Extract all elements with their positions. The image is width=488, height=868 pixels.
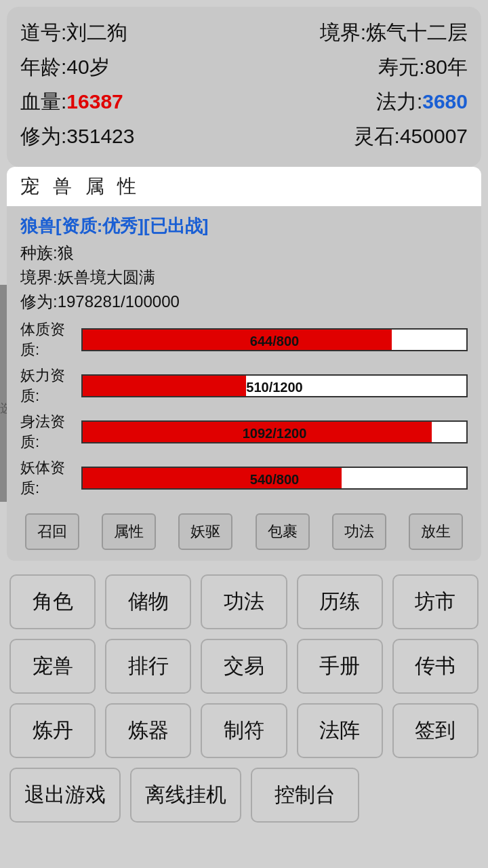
menu-btn-传书[interactable]: 传书 (392, 639, 479, 694)
menu-row-2: 炼丹炼器制符法阵签到 (9, 703, 479, 758)
stat-row-0: 体质资质: 644/800 (20, 319, 468, 360)
menu-btn-储物[interactable]: 储物 (105, 574, 191, 629)
stat-label-2: 身法资质: (20, 412, 81, 452)
stat-label-1: 妖力资质: (20, 366, 81, 406)
pet-action-包裹[interactable]: 包裹 (256, 513, 310, 550)
stat-label-0: 体质资质: (20, 319, 81, 360)
pet-realm: 境界:妖兽境大圆满 (20, 267, 468, 288)
pet-panel-title: 宠 兽 属 性 (7, 167, 481, 206)
char-row-1: 道号:刘二狗 境界:炼气十二层 (20, 19, 468, 47)
menu-btn-功法[interactable]: 功法 (201, 574, 287, 629)
pet-name: 狼兽[资质:优秀][已出战] (20, 214, 468, 238)
menu-btn-法阵[interactable]: 法阵 (297, 703, 383, 758)
pet-action-妖驱[interactable]: 妖驱 (178, 513, 232, 550)
menu-btn-坊市[interactable]: 坊市 (392, 574, 479, 629)
pet-panel-body: 狼兽[资质:优秀][已出战] 种族:狼 境界:妖兽境大圆满 修为:1978281… (7, 206, 481, 498)
stat-bar-1: 510/1200 (81, 374, 468, 397)
dao-hao: 道号:刘二狗 (20, 19, 127, 47)
stat-row-2: 身法资质: 1092/1200 (20, 412, 468, 452)
age: 年龄:40岁 (20, 54, 110, 81)
ling-shi: 灵石:450007 (354, 123, 468, 151)
main-menu: 角色储物功法历练坊市宠兽排行交易手册传书炼丹炼器制符法阵签到退出游戏离线挂机控制… (0, 561, 488, 823)
character-card: 道号:刘二狗 境界:炼气十二层 年龄:40岁 寿元:80年 血量:16387 法… (7, 7, 481, 167)
menu-btn-炼器[interactable]: 炼器 (105, 703, 191, 758)
menu-btn-控制台[interactable]: 控制台 (251, 768, 359, 823)
menu-btn-排行[interactable]: 排行 (105, 639, 191, 694)
menu-row-1: 宠兽排行交易手册传书 (9, 639, 479, 694)
menu-row-3: 退出游戏离线挂机控制台 (9, 768, 479, 823)
char-row-2: 年龄:40岁 寿元:80年 (20, 54, 468, 81)
stat-text-0: 644/800 (83, 330, 466, 351)
menu-btn-宠兽[interactable]: 宠兽 (9, 639, 96, 694)
menu-btn-离线挂机[interactable]: 离线挂机 (130, 768, 241, 823)
menu-btn-炼丹[interactable]: 炼丹 (9, 703, 96, 758)
menu-btn-交易[interactable]: 交易 (201, 639, 287, 694)
menu-btn-签到[interactable]: 签到 (392, 703, 479, 758)
stat-bar-2: 1092/1200 (81, 420, 468, 443)
menu-row-0: 角色储物功法历练坊市 (9, 574, 479, 629)
pet-action-召回[interactable]: 召回 (25, 513, 79, 550)
pet-panel: 宠 兽 属 性 狼兽[资质:优秀][已出战] 种族:狼 境界:妖兽境大圆满 修为… (7, 167, 481, 561)
char-row-4: 修为:351423 灵石:450007 (20, 123, 468, 151)
stat-text-3: 540/800 (83, 468, 466, 490)
pet-actions: 召回属性妖驱包裹功法放生 (7, 504, 481, 550)
pet-race: 种族:狼 (20, 242, 468, 264)
menu-btn-角色[interactable]: 角色 (9, 574, 96, 629)
stat-row-3: 妖体资质: 540/800 (20, 458, 468, 498)
stat-bar-0: 644/800 (81, 328, 468, 351)
stat-label-3: 妖体资质: (20, 458, 81, 498)
stat-bar-3: 540/800 (81, 467, 468, 490)
mp: 法力:3680 (376, 88, 468, 116)
stat-bars: 体质资质: 644/800 妖力资质: 510/1200 身法资质: 1092/… (20, 319, 468, 498)
menu-btn-退出游戏[interactable]: 退出游戏 (9, 768, 121, 823)
pet-action-放生[interactable]: 放生 (409, 513, 463, 550)
stat-text-2: 1092/1200 (83, 422, 466, 443)
pet-action-功法[interactable]: 功法 (332, 513, 386, 550)
lifespan: 寿元:80年 (378, 54, 468, 81)
pet-xiu: 修为:1978281/100000 (20, 291, 468, 313)
stat-text-1: 510/1200 (83, 376, 466, 397)
menu-btn-手册[interactable]: 手册 (297, 639, 383, 694)
menu-btn-制符[interactable]: 制符 (201, 703, 287, 758)
xiu-wei: 修为:351423 (20, 123, 134, 151)
realm: 境界:炼气十二层 (320, 19, 468, 47)
menu-btn-历练[interactable]: 历练 (297, 574, 383, 629)
char-row-3: 血量:16387 法力:3680 (20, 88, 468, 116)
pet-action-属性[interactable]: 属性 (102, 513, 156, 550)
hp: 血量:16387 (20, 88, 123, 116)
stat-row-1: 妖力资质: 510/1200 (20, 366, 468, 406)
